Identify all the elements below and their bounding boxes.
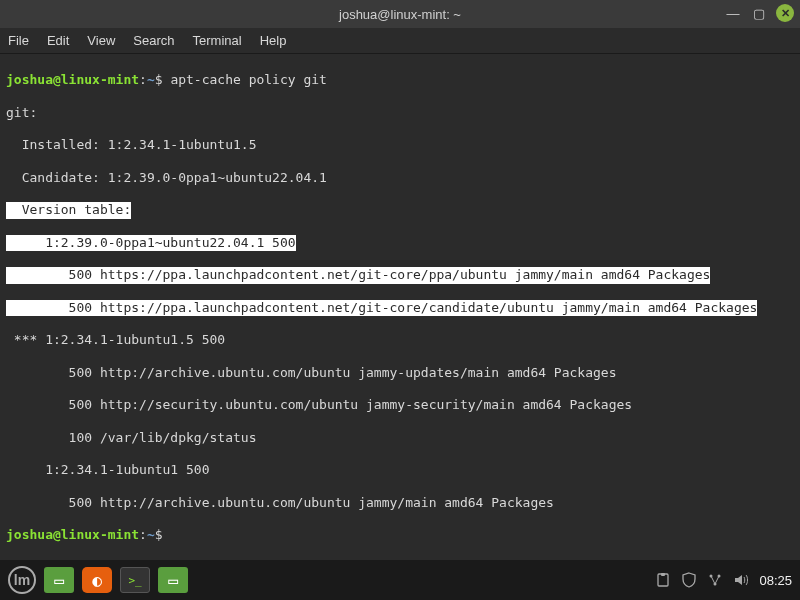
out-installed: Installed: 1:2.34.1-1ubuntu1.5 <box>6 137 794 153</box>
close-button[interactable]: ✕ <box>776 4 794 22</box>
prompt-user-2: joshua@linux-mint <box>6 527 139 542</box>
out-version-table: Version table: <box>6 202 794 218</box>
prompt-user: joshua@linux-mint <box>6 72 139 87</box>
prompt-line-1: joshua@linux-mint:~$ apt-cache policy gi… <box>6 72 794 88</box>
prompt-path-2: ~ <box>147 527 155 542</box>
clock[interactable]: 08:25 <box>759 573 792 588</box>
menu-view[interactable]: View <box>87 33 115 48</box>
out-v1-src2: 500 https://ppa.launchpadcontent.net/git… <box>6 300 794 316</box>
terminal-launcher-icon[interactable]: >_ <box>120 567 150 593</box>
out-v2-header: *** 1:2.34.1-1ubuntu1.5 500 <box>6 332 794 348</box>
taskbar-right: 08:25 <box>655 572 792 588</box>
out-candidate: Candidate: 1:2.39.0-0ppa1~ubuntu22.04.1 <box>6 170 794 186</box>
menu-help[interactable]: Help <box>260 33 287 48</box>
entered-command: apt-cache policy git <box>170 72 327 87</box>
taskbar-left: lm ▭ ◐ >_ ▭ <box>8 566 188 594</box>
volume-icon[interactable] <box>733 572 749 588</box>
prompt-path: ~ <box>147 72 155 87</box>
show-desktop-icon[interactable]: ▭ <box>44 567 74 593</box>
window-controls: — ▢ ✕ <box>724 4 794 22</box>
window-title: joshua@linux-mint: ~ <box>339 7 461 22</box>
out-v2-src3: 100 /var/lib/dpkg/status <box>6 430 794 446</box>
menu-search[interactable]: Search <box>133 33 174 48</box>
minimize-button[interactable]: — <box>724 4 742 22</box>
out-v2-src2: 500 http://security.ubuntu.com/ubuntu ja… <box>6 397 794 413</box>
menu-terminal[interactable]: Terminal <box>193 33 242 48</box>
prompt-line-2: joshua@linux-mint:~$ <box>6 527 794 543</box>
shield-icon[interactable] <box>681 572 697 588</box>
terminal-window: joshua@linux-mint: ~ — ▢ ✕ File Edit Vie… <box>0 0 800 560</box>
titlebar: joshua@linux-mint: ~ — ▢ ✕ <box>0 0 800 28</box>
mint-menu-button[interactable]: lm <box>8 566 36 594</box>
menu-edit[interactable]: Edit <box>47 33 69 48</box>
prompt-sep: : <box>139 72 147 87</box>
menu-file[interactable]: File <box>8 33 29 48</box>
prompt-sep-2: : <box>139 527 147 542</box>
taskbar: lm ▭ ◐ >_ ▭ 08:25 <box>0 560 800 600</box>
out-pkg: git: <box>6 105 794 121</box>
out-v1-header: 1:2.39.0-0ppa1~ubuntu22.04.1 500 <box>6 235 794 251</box>
out-v3-header: 1:2.34.1-1ubuntu1 500 <box>6 462 794 478</box>
firefox-icon[interactable]: ◐ <box>82 567 112 593</box>
out-v1-src1: 500 https://ppa.launchpadcontent.net/git… <box>6 267 794 283</box>
menubar: File Edit View Search Terminal Help <box>0 28 800 54</box>
out-v2-src1: 500 http://archive.ubuntu.com/ubuntu jam… <box>6 365 794 381</box>
files-icon[interactable]: ▭ <box>158 567 188 593</box>
network-icon[interactable] <box>707 572 723 588</box>
svg-rect-1 <box>661 573 665 576</box>
clipboard-icon[interactable] <box>655 572 671 588</box>
prompt-sigil: $ <box>155 72 163 87</box>
terminal-area[interactable]: joshua@linux-mint:~$ apt-cache policy gi… <box>0 54 800 560</box>
out-v3-src1: 500 http://archive.ubuntu.com/ubuntu jam… <box>6 495 794 511</box>
prompt-sigil-2: $ <box>155 527 163 542</box>
maximize-button[interactable]: ▢ <box>750 4 768 22</box>
